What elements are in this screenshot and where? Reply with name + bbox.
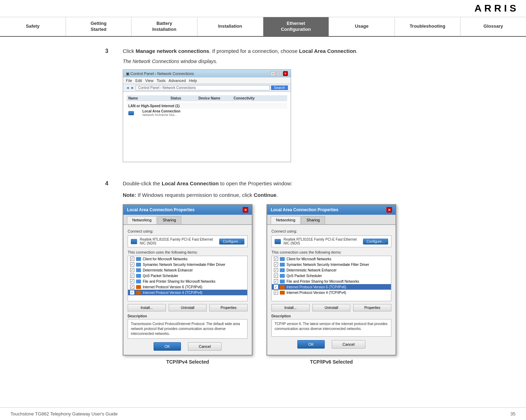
list-item-qos[interactable]: QoS Packet Scheduler [128,273,247,278]
device-icon [131,239,137,244]
step-4-text: Double-click the Local Area Connection t… [123,180,505,188]
description-label: Description [128,314,248,318]
list-item-client[interactable]: Client for Microsoft Networks [128,256,247,262]
list-item-deterministic-2[interactable]: Deterministic Network Enhancer [272,267,391,273]
step-3-bold1: Manage network connections [136,48,209,54]
uninstall-button-2[interactable]: Uninstall [312,304,351,311]
list-item-fileprint[interactable]: File and Printer Sharing for Microsoft N… [128,278,247,284]
checkbox-ipv6[interactable] [130,285,134,289]
install-button[interactable]: Install... [128,304,166,311]
checkbox-ipv4-2[interactable] [274,290,278,295]
ipv4-dialog-titlebar: Local Area Connection Properties ✕ [123,205,252,215]
titlebar-buttons: – □ ✕ [270,71,288,76]
device-name-2: Realtek RTL8101E Family PCI-E Fast Ether… [284,237,363,245]
item-icon [136,291,141,295]
ok-button-ipv6[interactable]: OK [297,340,325,349]
nav-item-installation[interactable]: Installation [197,17,263,36]
nav-item-troubleshooting[interactable]: Troubleshooting [395,17,461,36]
menu-items: File Edit View Tools Advanced Help [126,78,197,83]
checkbox-deterministic[interactable] [130,268,134,272]
ipv6-dialog-titlebar: Local Area Connection Properties ✕ [267,205,396,215]
checkbox-fileprint-2[interactable] [274,279,278,283]
cancel-button-ipv6[interactable]: Cancel [332,340,365,349]
nav-item-ethernet-configuration[interactable]: EthernetConfiguration [263,17,329,36]
action-buttons: Install... Uninstall Properties [128,304,248,311]
dialogs-row: Local Area Connection Properties ✕ Netwo… [123,204,505,356]
ipv4-dialog-body: Connect using: Realtek RTL8101E Family P… [123,225,252,355]
description-box-2: TCP/IP version 6. The latest version of … [271,319,391,337]
list-item-symantec[interactable]: Symantec Network Security Intermediate F… [128,262,247,267]
step-4-block: 4 Double-click the Local Area Connection… [105,180,505,365]
configure-button[interactable]: Configure... [219,239,244,245]
items-listbox[interactable]: Client for Microsoft Networks Symantec N… [128,256,248,301]
properties-button[interactable]: Properties [209,304,248,311]
ipv4-close-button[interactable]: ✕ [243,207,248,213]
ipv4-dialog: Local Area Connection Properties ✕ Netwo… [123,204,252,356]
tab-sharing-ipv4[interactable]: Sharing [157,216,181,224]
device-name: Realtek RTL8101E Family PCI-E Fast Ether… [140,237,220,245]
uninstall-button[interactable]: Uninstall [169,304,207,311]
network-row: Local Area Connection Network HUIneme 55… [127,109,287,117]
checkbox-client-2[interactable] [274,257,278,261]
screenshot-body: Name Status Device Name Connectivity LAN… [123,92,291,162]
item-icon [136,280,141,283]
tab-sharing-ipv6[interactable]: Sharing [301,216,325,224]
list-item-ipv4[interactable]: Internet Protocol Version 4 (TCP/IPv4) [128,290,247,295]
footer-buttons-2: OK Cancel [271,340,391,349]
caption-ipv6: TCP/IPv6 Selected [267,359,396,365]
step-3-number: 3 [105,47,116,170]
checkbox-symantec-2[interactable] [274,262,278,267]
nav-item-safety[interactable]: Safety [0,17,66,36]
checkbox-ipv6-2[interactable] [274,285,278,289]
ok-button-ipv4[interactable]: OK [154,342,181,351]
checkbox-deterministic-2[interactable] [274,268,278,272]
items-label: This connection uses the following items… [128,250,248,254]
cancel-button-ipv4[interactable]: Cancel [188,342,222,351]
list-item-ipv6-2[interactable]: Internet Protocol Version 6 (TCP/IPv6) [272,284,391,290]
list-item-qos-2[interactable]: QoS Packet Scheduler [272,273,391,278]
guide-title: Touchstone TG862 Telephony Gateway User'… [11,411,118,416]
configure-button-2[interactable]: Configure... [363,239,388,245]
network-icon [128,111,134,115]
list-item-client-2[interactable]: Client for Microsoft Networks [272,256,391,262]
checkbox-qos-2[interactable] [274,274,278,278]
list-item-fileprint-2[interactable]: File and Printer Sharing for Microsoft N… [272,278,391,284]
description-box: Transmission Control Protocol/Internet P… [128,319,248,339]
list-item-deterministic[interactable]: Deterministic Network Enhancer [128,267,247,273]
list-item-symantec-2[interactable]: Symantec Network Security Intermediate F… [272,262,391,267]
step-3-block: 3 Click Manage network connections. If p… [105,47,505,170]
tab-networking-ipv4[interactable]: Networking [127,216,157,224]
items-listbox-2[interactable]: Client for Microsoft Networks Symantec N… [271,256,391,301]
screenshot-menubar: File Edit View Tools Advanced Help [123,77,291,84]
ipv6-close-button[interactable]: ✕ [386,207,392,213]
item-icon [280,280,285,283]
install-button-2[interactable]: Install... [271,304,310,311]
list-item-ipv6[interactable]: Internet Protocol Version 6 (TCP/IPv6) [128,284,247,290]
note-label: Note: [123,192,136,198]
screenshot-titlebar: ▣ Control Panel › Network Connections – … [123,70,291,77]
close-button[interactable]: ✕ [283,71,288,76]
checkbox-ipv4[interactable] [130,290,134,295]
checkbox-symantec[interactable] [130,262,134,267]
checkbox-qos[interactable] [130,274,134,278]
nav-item-glossary[interactable]: Glossary [460,17,526,36]
list-item-ipv4-2[interactable]: Internet Protocol Version 4 (TCP/IPv4) [272,290,391,295]
checkbox-client[interactable] [130,257,134,261]
item-icon [136,268,141,272]
properties-button-2[interactable]: Properties [353,304,391,311]
page-footer: Touchstone TG862 Telephony Gateway User'… [0,407,526,420]
nav-item-getting-started[interactable]: GettingStarted [66,17,132,36]
step-3-text: Click Manage network connections. If pro… [123,47,505,55]
step-3-content: Click Manage network connections. If pro… [123,47,505,170]
nav-item-battery-installation[interactable]: BatteryInstallation [132,17,197,36]
item-icon [136,263,141,267]
ipv4-dialog-title: Local Area Connection Properties [127,207,195,212]
minimize-button[interactable]: – [270,71,275,76]
checkbox-fileprint[interactable] [130,279,134,283]
table-header: Name Status Device Name Connectivity [127,95,287,101]
maximize-button[interactable]: □ [277,71,282,76]
nav-item-usage[interactable]: Usage [329,17,395,36]
step-3-bold2: Local Area Connection [299,48,356,54]
connect-using-label-2: Connect using: [271,229,391,233]
tab-networking-ipv6[interactable]: Networking [271,216,301,224]
